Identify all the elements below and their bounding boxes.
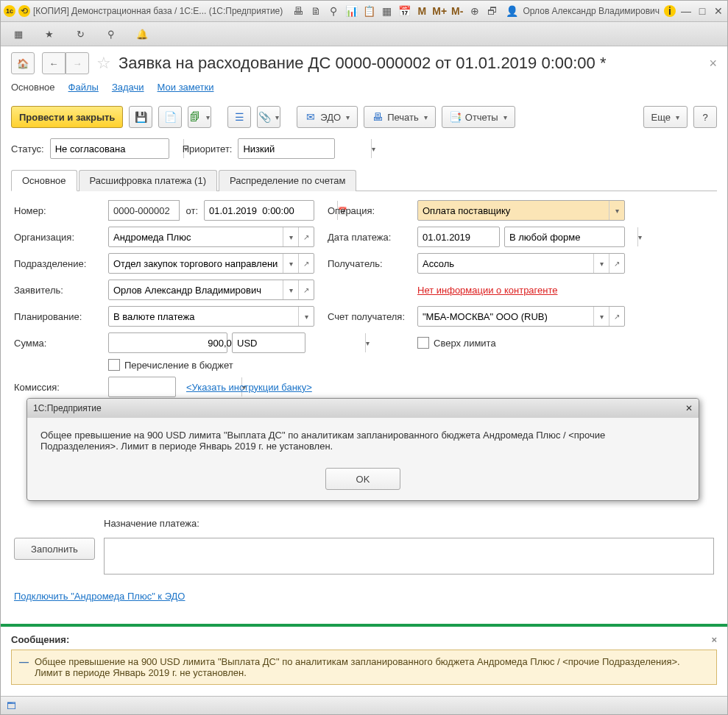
open-icon[interactable]: ↗	[609, 254, 624, 273]
tb-mem-mminus[interactable]: M-	[450, 4, 464, 18]
counterparty-warning: Нет информации о контрагенте	[417, 285, 714, 296]
recipient-label: Получатель:	[328, 258, 410, 269]
tb-link-icon[interactable]: 🗗	[486, 4, 499, 18]
priority-select[interactable]: ▾	[238, 138, 335, 159]
nav-star-icon[interactable]: ★	[42, 26, 57, 41]
post-close-button[interactable]: Провести и закрыть	[11, 106, 123, 128]
nav-back-button[interactable]: ←	[42, 52, 66, 74]
tb-print-icon[interactable]: 🖶	[291, 4, 305, 18]
status-select[interactable]: ▾	[50, 138, 169, 159]
nav-forward-button[interactable]: →	[66, 52, 89, 74]
tb-zoom-icon[interactable]: ⊕	[468, 4, 481, 18]
status-label: Статус:	[11, 143, 44, 154]
chevron-down-icon[interactable]: ▾	[637, 227, 642, 246]
account-select[interactable]: ▾↗	[417, 306, 625, 327]
tb-calendar-icon[interactable]: 📅	[397, 4, 411, 18]
window-title: [КОПИЯ] Демонстрационная база / 1С:E... …	[33, 6, 283, 16]
recipient-select[interactable]: ▾↗	[417, 253, 625, 274]
nav-search-icon[interactable]: ⚲	[104, 26, 119, 41]
nav-history-icon[interactable]: ↻	[73, 26, 88, 41]
subtab-notes[interactable]: Мои заметки	[158, 82, 214, 93]
org-select[interactable]: ▾↗	[108, 227, 314, 247]
favorite-star-icon[interactable]: ☆	[96, 54, 111, 73]
tb-grid-icon[interactable]: ▦	[380, 4, 393, 18]
tab-accounts[interactable]: Распределение по счетам	[219, 170, 356, 191]
dept-label: Подразделение:	[14, 258, 95, 269]
purpose-text[interactable]	[104, 538, 714, 575]
chevron-down-icon[interactable]: ▾	[283, 254, 298, 273]
post-icon: 📄	[164, 111, 176, 123]
tb-close-icon[interactable]: ✕	[713, 5, 724, 17]
help-button[interactable]: ?	[693, 106, 717, 128]
print-button[interactable]: 🖶Печать▾	[364, 106, 436, 128]
chevron-down-icon[interactable]: ▾	[593, 307, 609, 326]
over-limit-checkbox[interactable]: Сверх лимита	[417, 337, 714, 349]
budget-transfer-checkbox[interactable]: Перечисление в бюджет	[108, 359, 314, 371]
sum-input[interactable]: 🖩	[108, 332, 227, 353]
chevron-down-icon[interactable]: ▾	[593, 254, 609, 273]
edo-button[interactable]: ✉ЭДО▾	[297, 106, 358, 128]
app-1c-icon: 1c	[4, 5, 15, 17]
status-bar: 🗔	[1, 696, 727, 714]
tb-mem-m[interactable]: M	[415, 4, 428, 18]
nav-apps-icon[interactable]: ▦	[11, 26, 26, 41]
more-button[interactable]: Еще▾	[643, 106, 688, 128]
top-nav: ▦ ★ ↻ ⚲ 🔔	[1, 22, 727, 46]
settings-button[interactable]: 📎▾	[257, 106, 280, 128]
operation-select[interactable]: ▾	[417, 200, 625, 221]
tb-save-icon[interactable]: 🗎	[309, 4, 322, 18]
page-close-button[interactable]: ×	[709, 56, 717, 71]
messages-header: Сообщения:	[11, 634, 69, 645]
planning-select[interactable]: ▾	[108, 306, 314, 327]
save-button[interactable]: 💾	[129, 106, 152, 128]
post-button[interactable]: 📄	[158, 106, 182, 128]
create-based-button[interactable]: 🗐▾	[188, 106, 211, 128]
subtab-main[interactable]: Основное	[11, 82, 55, 93]
tb-user-name: Орлов Александр Владимирович	[523, 6, 660, 16]
title-bar: 1c ⟲ [КОПИЯ] Демонстрационная база / 1С:…	[1, 1, 727, 22]
bank-instructions-link[interactable]: <Указать инструкции банку>	[186, 382, 312, 393]
tab-breakdown[interactable]: Расшифровка платежа (1)	[79, 170, 217, 191]
chevron-down-icon[interactable]: ▾	[283, 227, 298, 246]
open-icon[interactable]: ↗	[298, 227, 314, 246]
tb-minimize-icon[interactable]: —	[680, 5, 692, 17]
dialog-close-icon[interactable]: ✕	[685, 403, 693, 413]
tb-restore-icon[interactable]: □	[696, 5, 708, 17]
from-label: от:	[185, 205, 198, 216]
dept-select[interactable]: ▾↗	[108, 253, 314, 274]
messages-close-icon[interactable]: ×	[711, 634, 717, 645]
title-back-icon[interactable]: ⟲	[18, 5, 30, 17]
home-button[interactable]: 🏠	[11, 52, 35, 74]
payform-select[interactable]: ▾	[504, 227, 625, 247]
connect-edo-link[interactable]: Подключить "Андромеда Плюс" к ЭДО	[14, 591, 185, 602]
currency-select[interactable]: ▾	[232, 332, 305, 353]
dialog-ok-button[interactable]: OK	[325, 468, 400, 490]
paydate-input[interactable]: 📅	[417, 227, 500, 247]
tb-info-icon[interactable]: i	[664, 5, 676, 17]
tb-mem-mplus[interactable]: M+	[433, 4, 446, 18]
tb-calc1-icon[interactable]: 📊	[344, 4, 358, 18]
reports-icon: 📑	[450, 111, 462, 123]
open-icon[interactable]: ↗	[298, 254, 314, 273]
tb-search-icon[interactable]: ⚲	[327, 4, 340, 18]
chevron-down-icon[interactable]: ▾	[283, 280, 298, 299]
gear-icon: 📎	[258, 111, 270, 123]
subtab-files[interactable]: Файлы	[68, 82, 99, 93]
nav-bell-icon[interactable]: 🔔	[135, 26, 149, 41]
date-input[interactable]: 📅	[204, 200, 314, 221]
fill-button[interactable]: Заполнить	[14, 538, 95, 560]
list-button[interactable]: ☰	[227, 106, 251, 128]
dialog-text: Общее превышение на 900 USD лимита "Выпл…	[27, 418, 699, 463]
tab-main[interactable]: Основное	[11, 170, 77, 191]
chevron-down-icon[interactable]: ▾	[371, 139, 375, 158]
reports-button[interactable]: 📑Отчеты▾	[442, 106, 515, 128]
applicant-select[interactable]: ▾↗	[108, 280, 314, 300]
commission-select[interactable]: ▾	[108, 377, 176, 397]
subtab-tasks[interactable]: Задачи	[112, 82, 144, 93]
number-value: 0000-000002	[108, 200, 180, 221]
tb-calc2-icon[interactable]: 📋	[362, 4, 375, 18]
open-icon[interactable]: ↗	[298, 280, 314, 299]
chevron-down-icon[interactable]: ▾	[609, 201, 624, 220]
open-icon[interactable]: ↗	[609, 307, 624, 326]
chevron-down-icon[interactable]: ▾	[298, 307, 314, 326]
